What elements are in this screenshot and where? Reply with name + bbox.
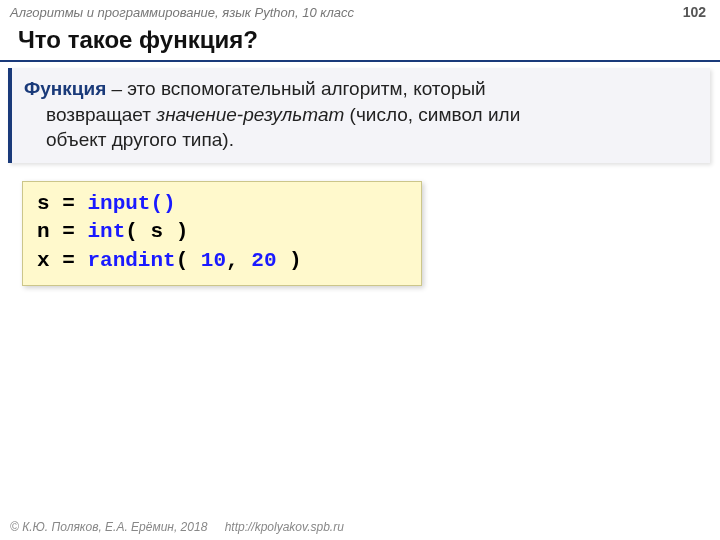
code-line-1: s = input() xyxy=(37,190,407,218)
code-line-3: x = randint( 10, 20 ) xyxy=(37,247,407,275)
copyright: © К.Ю. Поляков, Е.А. Ерёмин, 2018 xyxy=(10,520,207,534)
slide-header: Алгоритмы и программирование, язык Pytho… xyxy=(0,0,720,22)
definition-line-3: объект другого типа). xyxy=(24,127,696,153)
definition-box: Функция – это вспомогательный алгоритм, … xyxy=(8,68,710,163)
definition-line-2: возвращает значение-результат (число, си… xyxy=(24,102,696,128)
breadcrumb: Алгоритмы и программирование, язык Pytho… xyxy=(10,5,354,20)
footer-link: http://kpolyakov.spb.ru xyxy=(225,520,344,534)
code-line-2: n = int( s ) xyxy=(37,218,407,246)
definition-term: Функция xyxy=(24,78,106,99)
code-block: s = input() n = int( s ) x = randint( 10… xyxy=(22,181,422,286)
definition-text-1: – это вспомогательный алгоритм, который xyxy=(106,78,486,99)
page-title: Что такое функция? xyxy=(0,22,720,62)
page-number: 102 xyxy=(683,4,706,20)
slide-footer: © К.Ю. Поляков, Е.А. Ерёмин, 2018 http:/… xyxy=(10,520,344,534)
